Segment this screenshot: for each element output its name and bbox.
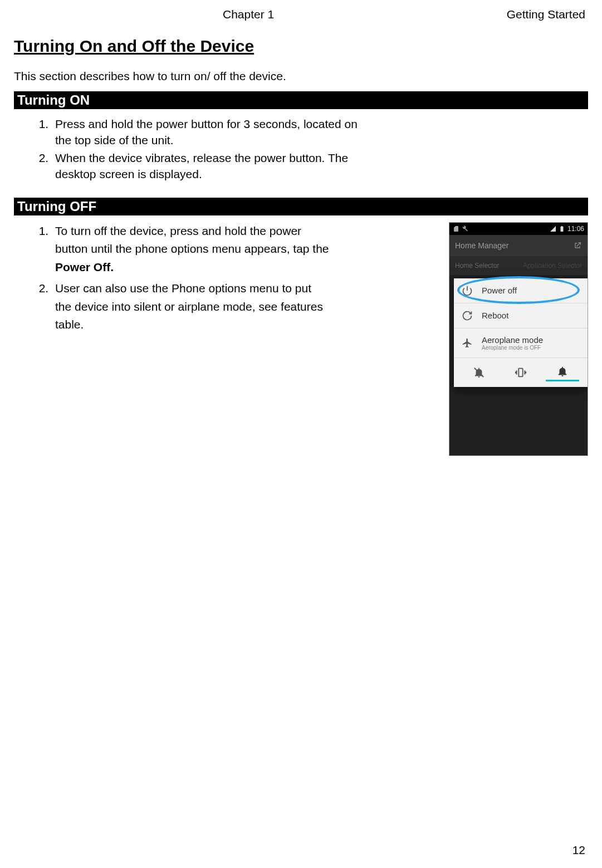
phone-subbar: Home Selector Application Selector	[449, 256, 588, 275]
mode-vibrate[interactable]	[504, 364, 537, 381]
off-step-1b: Power Off.	[55, 261, 114, 273]
svg-rect-1	[518, 368, 522, 376]
header-chapter: Chapter 1	[223, 8, 274, 21]
subbar-left: Home Selector	[455, 262, 499, 269]
section-heading-on: Turning ON	[14, 91, 588, 109]
menu-item-reboot[interactable]: Reboot	[454, 303, 588, 328]
turning-off-steps: To turn off the device, press and hold t…	[14, 222, 438, 334]
power-menu: Power off Reboot Aeroplane mode Aeroplan…	[454, 278, 588, 387]
aero-label: Aeroplane mode	[482, 335, 543, 345]
header-section: Getting Started	[507, 8, 585, 21]
off-step-2: User can also use the Phone options menu…	[52, 279, 330, 334]
reboot-icon	[462, 310, 473, 321]
turning-on-steps: Press and hold the power button for 3 se…	[14, 116, 588, 183]
page-title: Turning On and Off the Device	[14, 37, 588, 56]
tools-icon	[462, 225, 468, 232]
turning-on-content: Press and hold the power button for 3 se…	[14, 116, 588, 184]
off-step-1: To turn off the device, press and hold t…	[52, 222, 330, 277]
phone-topbar: Home Manager	[449, 235, 588, 256]
subbar-right: Application Selector	[523, 262, 582, 269]
menu-item-aeroplane[interactable]: Aeroplane mode Aeroplane mode is OFF	[454, 328, 588, 358]
page-header: Chapter 1 Getting Started	[14, 8, 588, 21]
page-number: 12	[572, 844, 585, 857]
topbar-title: Home Manager	[455, 241, 509, 250]
mode-sound[interactable]	[546, 364, 579, 381]
aero-sublabel: Aeroplane mode is OFF	[482, 345, 543, 351]
external-icon	[573, 241, 582, 250]
on-step-2: When the device vibrates, release the po…	[52, 150, 364, 183]
poweroff-label: Power off	[482, 286, 517, 295]
sdcard-icon	[453, 225, 459, 232]
power-icon	[462, 285, 473, 296]
menu-item-poweroff[interactable]: Power off	[454, 278, 588, 303]
phone-screenshot: 11:06 Home Manager Home Selector Applica…	[449, 222, 588, 456]
reboot-label: Reboot	[482, 311, 508, 320]
sound-mode-row	[454, 358, 588, 387]
turning-off-content: To turn off the device, press and hold t…	[14, 222, 588, 456]
status-bar: 11:06	[449, 223, 588, 235]
mode-silent[interactable]	[462, 364, 496, 381]
off-step-1a: To turn off the device, press and hold t…	[55, 224, 329, 256]
vibrate-icon	[515, 366, 527, 379]
on-step-1: Press and hold the power button for 3 se…	[52, 116, 364, 149]
mute-icon	[473, 366, 485, 379]
status-time: 11:06	[567, 225, 584, 233]
battery-icon	[559, 225, 565, 232]
intro-text: This section describes how to turn on/ o…	[14, 70, 588, 83]
signal-icon	[550, 225, 556, 232]
bell-icon	[556, 365, 569, 377]
airplane-icon	[462, 337, 473, 349]
section-heading-off: Turning OFF	[14, 198, 588, 215]
